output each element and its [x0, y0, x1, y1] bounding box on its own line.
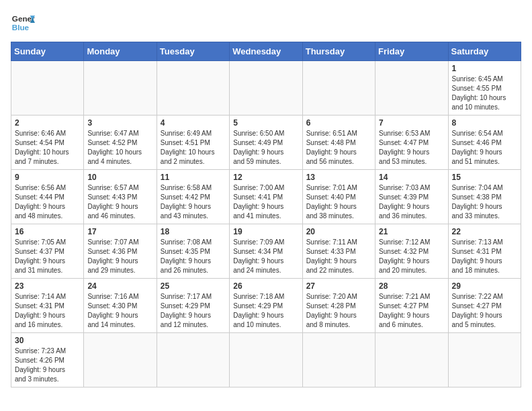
- calendar-cell: [230, 61, 302, 116]
- day-info: Sunrise: 6:53 AM Sunset: 4:47 PM Dayligh…: [379, 129, 444, 167]
- calendar-cell: 12Sunrise: 7:00 AM Sunset: 4:41 PM Dayli…: [230, 170, 302, 224]
- calendar-cell: 10Sunrise: 6:57 AM Sunset: 4:43 PM Dayli…: [84, 170, 157, 224]
- calendar-cell: [448, 333, 521, 387]
- calendar-cell: [84, 61, 157, 116]
- calendar-cell: 16Sunrise: 7:05 AM Sunset: 4:37 PM Dayli…: [11, 224, 84, 279]
- day-number: 10: [87, 173, 152, 182]
- day-info: Sunrise: 6:56 AM Sunset: 4:44 PM Dayligh…: [15, 183, 80, 221]
- calendar-week-row: 9Sunrise: 6:56 AM Sunset: 4:44 PM Daylig…: [11, 170, 521, 224]
- calendar-cell: 30Sunrise: 7:23 AM Sunset: 4:26 PM Dayli…: [11, 333, 84, 387]
- calendar-cell: 6Sunrise: 6:51 AM Sunset: 4:48 PM Daylig…: [302, 116, 375, 170]
- day-info: Sunrise: 7:01 AM Sunset: 4:40 PM Dayligh…: [306, 183, 371, 221]
- calendar-cell: [375, 61, 448, 116]
- calendar-cell: 11Sunrise: 6:58 AM Sunset: 4:42 PM Dayli…: [157, 170, 229, 224]
- calendar-cell: 15Sunrise: 7:04 AM Sunset: 4:38 PM Dayli…: [448, 170, 521, 224]
- day-info: Sunrise: 7:14 AM Sunset: 4:31 PM Dayligh…: [15, 292, 80, 330]
- day-number: 20: [306, 227, 371, 236]
- calendar-week-row: 16Sunrise: 7:05 AM Sunset: 4:37 PM Dayli…: [11, 224, 521, 279]
- calendar-cell: 2Sunrise: 6:46 AM Sunset: 4:54 PM Daylig…: [11, 116, 84, 170]
- calendar-week-row: 30Sunrise: 7:23 AM Sunset: 4:26 PM Dayli…: [11, 333, 521, 387]
- calendar-cell: 19Sunrise: 7:09 AM Sunset: 4:34 PM Dayli…: [230, 224, 302, 279]
- calendar-cell: [302, 333, 375, 387]
- calendar-cell: [11, 61, 84, 116]
- day-info: Sunrise: 6:58 AM Sunset: 4:42 PM Dayligh…: [161, 183, 226, 221]
- day-info: Sunrise: 6:45 AM Sunset: 4:55 PM Dayligh…: [452, 75, 517, 112]
- day-number: 6: [306, 118, 371, 128]
- day-number: 27: [306, 281, 371, 291]
- day-number: 17: [87, 227, 152, 236]
- day-info: Sunrise: 7:16 AM Sunset: 4:30 PM Dayligh…: [87, 292, 152, 330]
- day-number: 25: [161, 281, 226, 291]
- day-number: 24: [87, 281, 152, 291]
- calendar-cell: 29Sunrise: 7:22 AM Sunset: 4:27 PM Dayli…: [448, 279, 521, 333]
- calendar-cell: 25Sunrise: 7:17 AM Sunset: 4:29 PM Dayli…: [157, 279, 229, 333]
- calendar-week-row: 1Sunrise: 6:45 AM Sunset: 4:55 PM Daylig…: [11, 61, 521, 116]
- day-info: Sunrise: 7:17 AM Sunset: 4:29 PM Dayligh…: [161, 292, 226, 330]
- calendar-cell: 8Sunrise: 6:54 AM Sunset: 4:46 PM Daylig…: [448, 116, 521, 170]
- day-number: 5: [233, 118, 298, 128]
- col-header-tuesday: Tuesday: [157, 42, 229, 61]
- header: General Blue: [11, 11, 521, 35]
- col-header-friday: Friday: [375, 42, 448, 61]
- calendar-cell: 26Sunrise: 7:18 AM Sunset: 4:29 PM Dayli…: [230, 279, 302, 333]
- calendar-cell: 4Sunrise: 6:49 AM Sunset: 4:51 PM Daylig…: [157, 116, 229, 170]
- day-info: Sunrise: 7:20 AM Sunset: 4:28 PM Dayligh…: [306, 292, 371, 330]
- day-info: Sunrise: 6:57 AM Sunset: 4:43 PM Dayligh…: [87, 183, 152, 221]
- calendar-cell: 24Sunrise: 7:16 AM Sunset: 4:30 PM Dayli…: [84, 279, 157, 333]
- calendar-cell: 22Sunrise: 7:13 AM Sunset: 4:31 PM Dayli…: [448, 224, 521, 279]
- day-info: Sunrise: 7:18 AM Sunset: 4:29 PM Dayligh…: [233, 292, 298, 330]
- day-info: Sunrise: 6:47 AM Sunset: 4:52 PM Dayligh…: [87, 129, 152, 167]
- day-info: Sunrise: 7:22 AM Sunset: 4:27 PM Dayligh…: [452, 292, 517, 330]
- day-number: 21: [379, 227, 444, 236]
- col-header-thursday: Thursday: [302, 42, 375, 61]
- logo: General Blue: [11, 11, 35, 35]
- day-info: Sunrise: 6:46 AM Sunset: 4:54 PM Dayligh…: [15, 129, 80, 167]
- day-info: Sunrise: 7:04 AM Sunset: 4:38 PM Dayligh…: [452, 183, 517, 221]
- calendar-table: SundayMondayTuesdayWednesdayThursdayFrid…: [11, 42, 521, 387]
- calendar-cell: 28Sunrise: 7:21 AM Sunset: 4:27 PM Dayli…: [375, 279, 448, 333]
- day-info: Sunrise: 7:21 AM Sunset: 4:27 PM Dayligh…: [379, 292, 444, 330]
- calendar-cell: 14Sunrise: 7:03 AM Sunset: 4:39 PM Dayli…: [375, 170, 448, 224]
- day-info: Sunrise: 7:05 AM Sunset: 4:37 PM Dayligh…: [15, 238, 80, 275]
- calendar-cell: 9Sunrise: 6:56 AM Sunset: 4:44 PM Daylig…: [11, 170, 84, 224]
- calendar-cell: [84, 333, 157, 387]
- calendar-cell: 7Sunrise: 6:53 AM Sunset: 4:47 PM Daylig…: [375, 116, 448, 170]
- day-number: 28: [379, 281, 444, 291]
- day-number: 14: [379, 173, 444, 182]
- day-number: 7: [379, 118, 444, 128]
- col-header-wednesday: Wednesday: [230, 42, 302, 61]
- day-number: 1: [452, 64, 517, 73]
- day-info: Sunrise: 7:00 AM Sunset: 4:41 PM Dayligh…: [233, 183, 298, 221]
- calendar-cell: 3Sunrise: 6:47 AM Sunset: 4:52 PM Daylig…: [84, 116, 157, 170]
- calendar-header-row: SundayMondayTuesdayWednesdayThursdayFrid…: [11, 42, 521, 61]
- day-number: 13: [306, 173, 371, 182]
- calendar-cell: 18Sunrise: 7:08 AM Sunset: 4:35 PM Dayli…: [157, 224, 229, 279]
- day-number: 2: [15, 118, 80, 128]
- day-number: 4: [161, 118, 226, 128]
- col-header-saturday: Saturday: [448, 42, 521, 61]
- day-number: 9: [15, 173, 80, 182]
- day-info: Sunrise: 7:11 AM Sunset: 4:33 PM Dayligh…: [306, 238, 371, 275]
- calendar-cell: [375, 333, 448, 387]
- day-info: Sunrise: 6:54 AM Sunset: 4:46 PM Dayligh…: [452, 129, 517, 167]
- calendar-week-row: 2Sunrise: 6:46 AM Sunset: 4:54 PM Daylig…: [11, 116, 521, 170]
- col-header-sunday: Sunday: [11, 42, 84, 61]
- calendar-cell: 17Sunrise: 7:07 AM Sunset: 4:36 PM Dayli…: [84, 224, 157, 279]
- calendar-cell: [157, 61, 229, 116]
- day-number: 18: [161, 227, 226, 236]
- day-info: Sunrise: 7:12 AM Sunset: 4:32 PM Dayligh…: [379, 238, 444, 275]
- day-info: Sunrise: 7:03 AM Sunset: 4:39 PM Dayligh…: [379, 183, 444, 221]
- day-number: 19: [233, 227, 298, 236]
- day-info: Sunrise: 6:51 AM Sunset: 4:48 PM Dayligh…: [306, 129, 371, 167]
- calendar-cell: [157, 333, 229, 387]
- calendar-cell: 5Sunrise: 6:50 AM Sunset: 4:49 PM Daylig…: [230, 116, 302, 170]
- day-info: Sunrise: 7:07 AM Sunset: 4:36 PM Dayligh…: [87, 238, 152, 275]
- calendar-cell: 21Sunrise: 7:12 AM Sunset: 4:32 PM Dayli…: [375, 224, 448, 279]
- calendar-cell: 1Sunrise: 6:45 AM Sunset: 4:55 PM Daylig…: [448, 61, 521, 116]
- col-header-monday: Monday: [84, 42, 157, 61]
- day-info: Sunrise: 7:09 AM Sunset: 4:34 PM Dayligh…: [233, 238, 298, 275]
- day-info: Sunrise: 7:08 AM Sunset: 4:35 PM Dayligh…: [161, 238, 226, 275]
- calendar-cell: [302, 61, 375, 116]
- calendar-cell: 13Sunrise: 7:01 AM Sunset: 4:40 PM Dayli…: [302, 170, 375, 224]
- day-number: 11: [161, 173, 226, 182]
